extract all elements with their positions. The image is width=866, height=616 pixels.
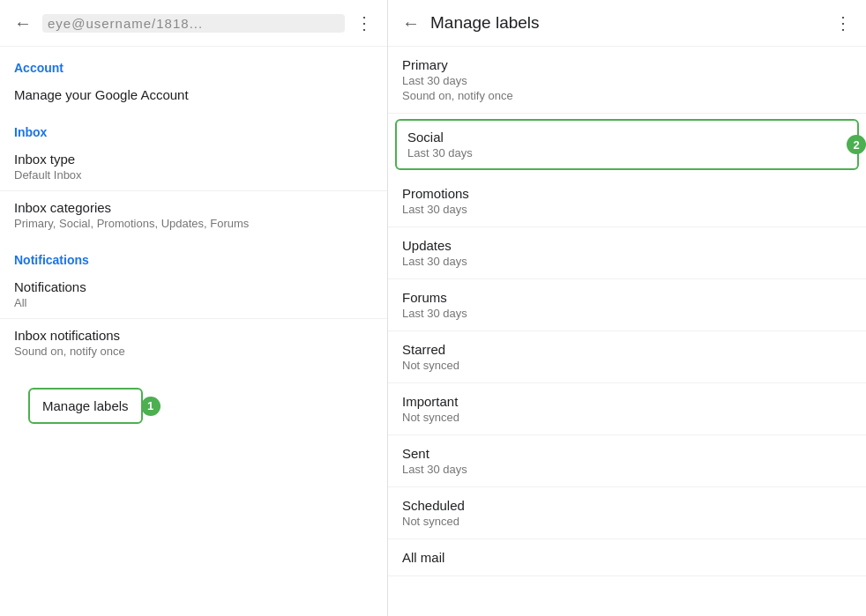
left-more-icon[interactable]: ⋮ <box>355 12 373 33</box>
label-all-mail[interactable]: All mail <box>388 539 866 576</box>
label-starred-sub: Not synced <box>402 359 852 372</box>
notifications-title: Notifications <box>14 279 373 294</box>
badge-1: 1 <box>141 397 161 416</box>
label-updates-name: Updates <box>402 238 852 253</box>
label-starred-name: Starred <box>402 342 852 357</box>
label-social[interactable]: Social Last 30 days 2 <box>395 119 859 170</box>
label-promotions-name: Promotions <box>402 186 852 201</box>
label-social-sub: Last 30 days <box>407 146 847 160</box>
notifications-item[interactable]: Notifications All <box>0 271 387 319</box>
badge-2: 2 <box>847 135 866 154</box>
inbox-section-header: Inbox <box>0 111 387 143</box>
left-back-icon[interactable]: ← <box>14 13 32 33</box>
label-promotions-sub: Last 30 days <box>402 203 852 216</box>
notifications-subtitle: All <box>14 296 373 309</box>
label-scheduled[interactable]: Scheduled Not synced <box>388 487 866 539</box>
label-forums[interactable]: Forums Last 30 days <box>388 279 866 331</box>
label-primary-sub2: Sound on, notify once <box>402 89 852 102</box>
right-panel: ← Manage labels ⋮ Primary Last 30 days S… <box>388 0 866 616</box>
manage-google-account-title: Manage your Google Account <box>14 87 373 102</box>
right-more-icon[interactable]: ⋮ <box>834 12 852 33</box>
label-scheduled-sub: Not synced <box>402 515 852 528</box>
label-primary-sub1: Last 30 days <box>402 74 852 87</box>
account-name: eye@username/1818... <box>42 14 345 33</box>
label-important-name: Important <box>402 394 852 409</box>
notifications-section-header: Notifications <box>0 239 387 271</box>
label-starred[interactable]: Starred Not synced <box>388 331 866 383</box>
inbox-categories-subtitle: Primary, Social, Promotions, Updates, Fo… <box>14 217 373 230</box>
label-forums-sub: Last 30 days <box>402 307 852 320</box>
label-primary-name: Primary <box>402 57 852 72</box>
right-back-icon[interactable]: ← <box>402 13 420 33</box>
manage-labels-title: Manage labels <box>430 13 834 33</box>
inbox-type-item[interactable]: Inbox type Default Inbox <box>0 143 387 191</box>
labels-list: Primary Last 30 days Sound on, notify on… <box>388 47 866 616</box>
inbox-notifications-title: Inbox notifications <box>14 328 373 343</box>
label-promotions[interactable]: Promotions Last 30 days <box>388 175 866 227</box>
account-section-header: Account <box>0 47 387 78</box>
left-header: ← eye@username/1818... ⋮ <box>0 0 387 47</box>
label-sent-sub: Last 30 days <box>402 463 852 476</box>
label-important-sub: Not synced <box>402 411 852 424</box>
label-forums-name: Forums <box>402 290 852 305</box>
label-important[interactable]: Important Not synced <box>388 383 866 435</box>
manage-labels-button[interactable]: Manage labels 1 <box>28 388 143 424</box>
inbox-type-title: Inbox type <box>14 152 373 167</box>
right-header: ← Manage labels ⋮ <box>388 0 866 47</box>
inbox-categories-title: Inbox categories <box>14 200 373 215</box>
label-all-mail-name: All mail <box>402 550 852 565</box>
label-scheduled-name: Scheduled <box>402 498 852 513</box>
inbox-type-subtitle: Default Inbox <box>14 168 373 182</box>
left-content: Account Manage your Google Account Inbox… <box>0 47 387 616</box>
left-panel: ← eye@username/1818... ⋮ Account Manage … <box>0 0 388 616</box>
label-primary[interactable]: Primary Last 30 days Sound on, notify on… <box>388 47 866 114</box>
label-sent-name: Sent <box>402 446 852 461</box>
label-updates-sub: Last 30 days <box>402 255 852 268</box>
label-sent[interactable]: Sent Last 30 days <box>388 435 866 487</box>
inbox-notifications-item[interactable]: Inbox notifications Sound on, notify onc… <box>0 319 387 367</box>
label-updates[interactable]: Updates Last 30 days <box>388 227 866 279</box>
inbox-categories-item[interactable]: Inbox categories Primary, Social, Promot… <box>0 191 387 239</box>
label-social-name: Social <box>407 130 847 145</box>
inbox-notifications-subtitle: Sound on, notify once <box>14 345 373 358</box>
manage-labels-label: Manage labels <box>42 398 129 413</box>
manage-google-account-item[interactable]: Manage your Google Account <box>0 78 387 111</box>
